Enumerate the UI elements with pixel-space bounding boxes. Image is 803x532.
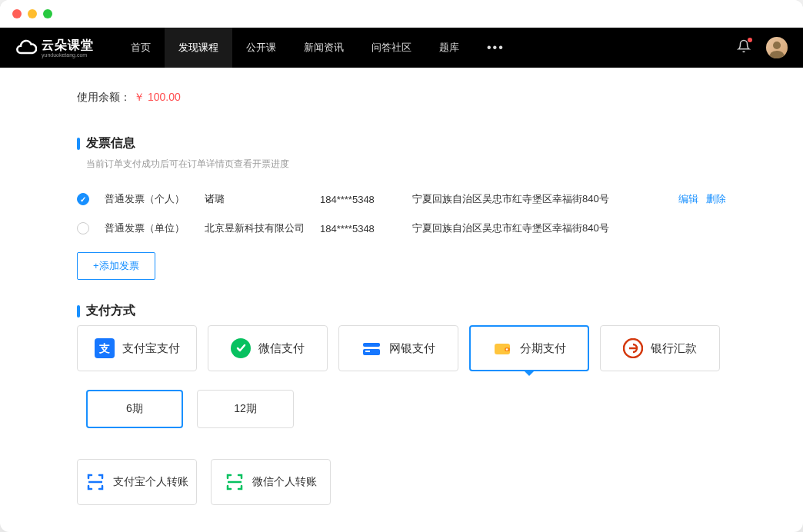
logo-text: 云朵课堂 [42,38,94,54]
nav-item[interactable]: 问答社区 [358,28,425,68]
svg-point-9 [506,348,508,350]
nav-item[interactable]: 发现课程 [165,28,232,68]
payment-label: 银行汇款 [651,341,697,356]
scan-icon [225,472,245,492]
titlebar [0,0,803,28]
payment-option[interactable]: 支支付宝支付 [77,325,197,371]
window-close[interactable] [12,9,22,18]
logo-subtitle: yunduoketang.com [42,52,94,58]
cloud-icon [15,37,37,58]
nav-item[interactable]: 题库 [425,28,473,68]
balance-value: ￥ 100.00 [134,91,181,105]
notification-bell[interactable] [737,39,751,56]
payment-label: 网银支付 [389,341,435,356]
nav-item[interactable]: 首页 [117,28,165,68]
balance-label: 使用余额： [77,91,131,105]
invoice-name: 北京昱新科技有限公司 [205,221,305,235]
app-window: 云朵课堂 yunduoketang.com 首页发现课程公开课新闻资讯问答社区题… [0,0,803,532]
payment-section: 支付方式 支支付宝支付微信支付网银支付分期支付银行汇款 6期12期 支付宝个人转… [77,303,726,505]
bankwire-icon [623,338,643,358]
transfer-label: 支付宝个人转账 [113,475,188,489]
bank-icon [362,338,382,358]
term-option[interactable]: 12期 [197,390,294,428]
payment-title: 支付方式 [77,303,726,319]
invoice-address: 宁夏回族自治区吴忠市红寺堡区幸福街840号 [412,221,726,235]
add-invoice-button[interactable]: +添加发票 [77,252,155,280]
invoice-type: 普通发票（个人） [105,192,189,206]
payment-label: 支付宝支付 [122,341,180,356]
invoice-phone: 184****5348 [320,223,397,234]
invoice-phone: 184****5348 [320,194,397,205]
transfer-label: 微信个人转账 [252,475,317,489]
payment-option[interactable]: 分期支付 [469,325,589,371]
scan-icon [85,472,105,492]
invoice-list: 普通发票（个人） 诸璐 184****5348 宁夏回族自治区吴忠市红寺堡区幸福… [77,185,726,243]
transfer-option[interactable]: 微信个人转账 [211,459,331,505]
avatar[interactable] [766,37,788,58]
svg-text:支: 支 [98,342,110,354]
logo[interactable]: 云朵课堂 yunduoketang.com [15,37,94,58]
svg-rect-6 [365,351,370,352]
payment-label: 微信支付 [258,341,305,356]
payment-option[interactable]: 微信支付 [208,325,328,371]
invoice-radio[interactable] [77,193,89,205]
avatar-icon [766,37,788,58]
payment-label: 分期支付 [520,341,566,356]
invoice-delete[interactable]: 删除 [706,192,726,206]
payment-option[interactable]: 银行汇款 [600,325,720,371]
invoice-subtitle: 当前订单支付成功后可在订单详情页查看开票进度 [86,158,726,171]
invoice-row: 普通发票（个人） 诸璐 184****5348 宁夏回族自治区吴忠市红寺堡区幸福… [77,185,726,214]
invoice-radio[interactable] [77,222,89,234]
invoice-row: 普通发票（单位） 北京昱新科技有限公司 184****5348 宁夏回族自治区吴… [77,214,726,243]
svg-rect-4 [363,343,380,347]
content: 使用余额： ￥ 100.00 发票信息 当前订单支付成功后可在订单详情页查看开票… [0,68,803,532]
nav: 首页发现课程公开课新闻资讯问答社区题库 [117,28,473,68]
invoice-address: 宁夏回族自治区吴忠市红寺堡区幸福街840号 [412,192,663,206]
wechat-icon [231,338,251,358]
invoice-title: 发票信息 [77,135,726,151]
header: 云朵课堂 yunduoketang.com 首页发现课程公开课新闻资讯问答社区题… [0,28,803,68]
nav-item[interactable]: 新闻资讯 [290,28,358,68]
nav-more[interactable]: ••• [473,41,518,55]
payment-options: 支支付宝支付微信支付网银支付分期支付银行汇款 [77,325,726,371]
invoice-type: 普通发票（单位） [105,221,189,235]
term-option[interactable]: 6期 [86,390,183,428]
balance-row: 使用余额： ￥ 100.00 [77,91,726,105]
svg-point-0 [773,42,781,49]
invoice-name: 诸璐 [205,192,305,206]
payment-option[interactable]: 网银支付 [338,325,458,371]
transfer-options: 支付宝个人转账微信个人转账 [77,459,726,505]
transfer-option[interactable]: 支付宝个人转账 [77,459,197,505]
window-maximize[interactable] [43,9,52,18]
invoice-edit[interactable]: 编辑 [678,192,698,206]
notification-dot [748,38,752,42]
alipay-icon: 支 [95,338,115,358]
installment-terms: 6期12期 [86,390,726,428]
window-minimize[interactable] [28,9,37,18]
wallet-icon [492,338,512,358]
nav-item[interactable]: 公开课 [232,28,290,68]
invoice-section: 发票信息 当前订单支付成功后可在订单详情页查看开票进度 普通发票（个人） 诸璐 … [77,135,726,280]
